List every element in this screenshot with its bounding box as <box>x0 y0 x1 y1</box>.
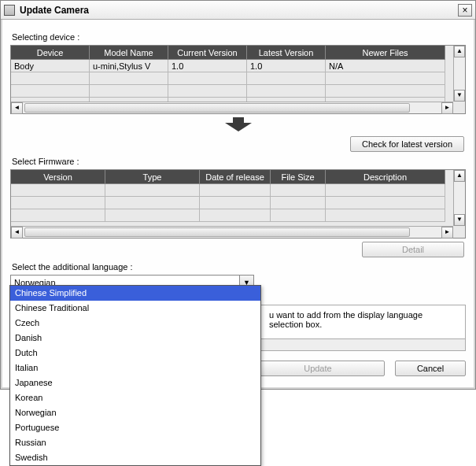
table-cell[interactable]: u-mini,Stylus V <box>90 60 168 72</box>
table-cell[interactable]: N/A <box>326 60 445 72</box>
language-option[interactable]: Norwegian <box>10 405 260 420</box>
scroll-thumb[interactable] <box>24 103 410 113</box>
scroll-track[interactable] <box>23 102 441 113</box>
language-section-label: Select the additional language : <box>12 262 466 272</box>
fw-col-date: Date of release <box>200 170 271 184</box>
scroll-right-icon[interactable]: ► <box>441 102 453 114</box>
language-option[interactable]: Czech <box>10 316 260 331</box>
svg-marker-0 <box>225 117 252 131</box>
table-cell[interactable]: 1.0 <box>168 60 247 72</box>
language-dropdown-list[interactable]: Chinese SimplifiedChinese TraditionalCze… <box>9 285 261 466</box>
scroll-right-icon[interactable]: ► <box>441 227 453 239</box>
firmware-section-label: Select Firmware : <box>12 157 466 166</box>
fw-col-type: Type <box>105 170 200 184</box>
window-title: Update Camera <box>20 5 458 16</box>
table-cell[interactable]: 1.0 <box>247 60 326 72</box>
language-option[interactable]: Japanese <box>10 375 260 390</box>
fw-col-version: Version <box>11 170 105 184</box>
arrow-down-icon <box>10 117 466 133</box>
device-col-latest: Latest Version <box>247 46 326 60</box>
vertical-scrollbar[interactable]: ▲ ▼ <box>453 46 465 102</box>
language-option[interactable]: Chinese Traditional <box>10 301 260 316</box>
language-option[interactable]: Italian <box>10 361 260 375</box>
language-option[interactable]: Swedish <box>10 450 260 465</box>
language-option[interactable]: Korean <box>10 390 260 405</box>
scroll-thumb[interactable] <box>24 227 410 237</box>
check-latest-button[interactable]: Check for latest version <box>350 136 464 152</box>
scroll-up-icon[interactable]: ▲ <box>454 170 465 182</box>
fw-col-desc: Description <box>326 170 445 184</box>
update-button[interactable]: Update <box>251 361 385 376</box>
language-option[interactable]: Dutch <box>10 346 260 361</box>
scroll-up-icon[interactable]: ▲ <box>454 46 465 57</box>
device-col-model: Model Name <box>90 46 168 60</box>
language-option[interactable]: Portuguese <box>10 420 260 435</box>
info-text: u want to add from the display language … <box>269 310 459 329</box>
scroll-left-icon[interactable]: ◄ <box>11 102 23 114</box>
language-option[interactable]: Chinese Simplified <box>10 286 260 301</box>
device-col-current: Current Version <box>168 46 247 60</box>
scroll-left-icon[interactable]: ◄ <box>11 227 23 239</box>
firmware-table[interactable]: Version Type Date of release File Size D… <box>10 169 466 239</box>
titlebar: Update Camera × <box>1 1 475 20</box>
app-icon <box>4 5 15 16</box>
scroll-track[interactable] <box>23 227 441 238</box>
device-section-label: Selecting device : <box>12 32 466 42</box>
language-option[interactable]: Danish <box>10 331 260 346</box>
close-button[interactable]: × <box>458 4 472 17</box>
table-cell <box>11 72 90 85</box>
table-cell[interactable]: Body <box>11 60 90 72</box>
language-option[interactable]: Russian <box>10 435 260 450</box>
scroll-down-icon[interactable]: ▼ <box>454 90 465 102</box>
device-col-device: Device <box>11 46 90 60</box>
device-col-newer: Newer Files <box>326 46 445 60</box>
scroll-down-icon[interactable]: ▼ <box>454 214 465 226</box>
vertical-scrollbar[interactable]: ▲ ▼ <box>453 170 465 226</box>
table-cell <box>11 85 90 98</box>
cancel-button[interactable]: Cancel <box>395 361 466 376</box>
device-table[interactable]: Device Model Name Current Version Latest… <box>10 45 466 114</box>
detail-button[interactable]: Detail <box>362 242 464 257</box>
fw-col-size: File Size <box>271 170 326 184</box>
